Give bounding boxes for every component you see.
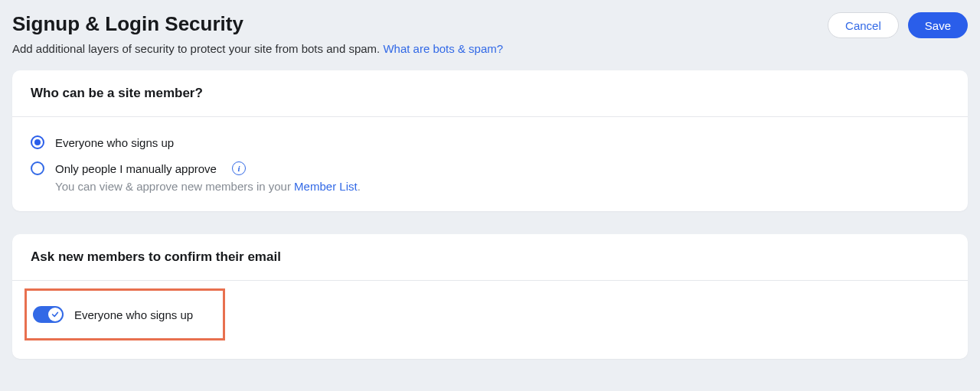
confirm-email-toggle[interactable]	[33, 306, 64, 323]
highlight-box: Everyone who signs up	[24, 288, 225, 340]
bots-spam-link[interactable]: What are bots & spam?	[383, 42, 503, 55]
page-header: Signup & Login Security Add additional l…	[12, 12, 968, 55]
header-actions: Cancel Save	[828, 12, 968, 38]
member-list-link[interactable]: Member List	[294, 180, 358, 193]
hint-suffix: .	[358, 180, 361, 193]
toggle-label: Everyone who signs up	[74, 308, 193, 321]
radio-icon-selected	[31, 135, 44, 149]
card-body: Everyone who signs up Only people I manu…	[12, 117, 968, 211]
card-title: Ask new members to confirm their email	[31, 249, 949, 265]
confirm-email-card: Ask new members to confirm their email E…	[12, 234, 968, 359]
page-subtitle-text: Add additional layers of security to pro…	[12, 42, 383, 55]
radio-icon-unselected	[31, 161, 44, 175]
radio-option-manual[interactable]: Only people I manually approve i	[31, 161, 949, 175]
radio-label: Only people I manually approve	[55, 162, 217, 175]
toggle-knob	[48, 308, 62, 321]
page-title: Signup & Login Security	[12, 12, 828, 36]
card-body: Everyone who signs up	[12, 281, 968, 359]
page-subtitle: Add additional layers of security to pro…	[12, 42, 828, 55]
site-member-card: Who can be a site member? Everyone who s…	[12, 70, 968, 211]
radio-option-everyone[interactable]: Everyone who signs up	[31, 135, 949, 149]
info-icon[interactable]: i	[232, 161, 246, 175]
card-title: Who can be a site member?	[31, 86, 949, 101]
card-header: Ask new members to confirm their email	[12, 234, 968, 281]
manual-approve-hint: You can view & approve new members in yo…	[55, 180, 949, 193]
save-button[interactable]: Save	[908, 12, 968, 38]
check-icon	[51, 311, 59, 318]
hint-prefix: You can view & approve new members in yo…	[55, 180, 294, 193]
card-header: Who can be a site member?	[12, 70, 968, 117]
radio-label: Everyone who signs up	[55, 136, 174, 149]
cancel-button[interactable]: Cancel	[828, 12, 899, 38]
